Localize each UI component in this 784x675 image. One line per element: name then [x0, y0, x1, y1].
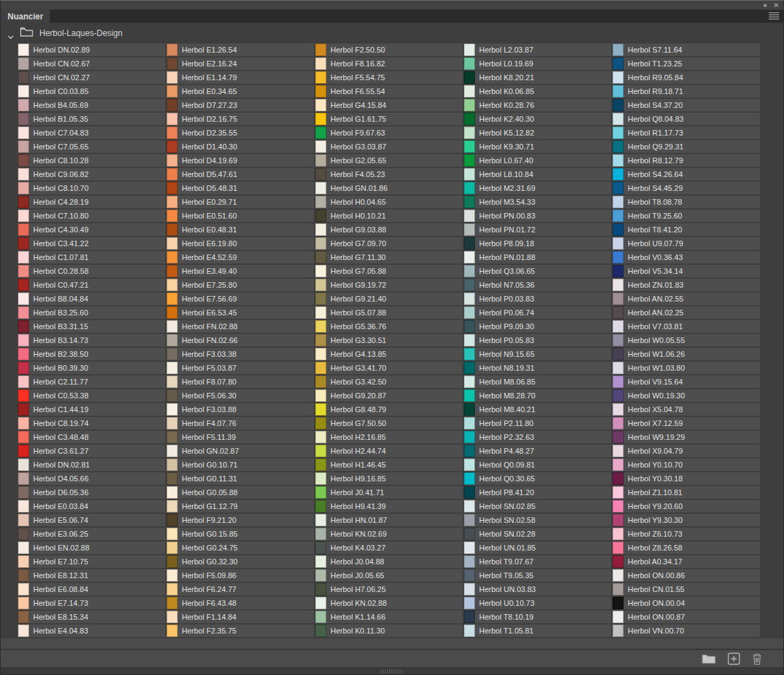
- swatch-row[interactable]: Herbol H2.44.74: [315, 445, 463, 457]
- swatch-row[interactable]: Herbol E6.19.80: [167, 237, 314, 250]
- swatch-row[interactable]: Herbol ON.00.04: [613, 597, 760, 609]
- swatch-row[interactable]: Herbol PN.00.83: [464, 210, 611, 222]
- swatch-row[interactable]: Herbol J0.04.88: [315, 555, 463, 568]
- swatch-color-chip[interactable]: [464, 140, 475, 153]
- swatch-row[interactable]: Herbol CN.02.27: [18, 71, 165, 84]
- swatch-row[interactable]: Herbol W1.06.26: [613, 348, 760, 360]
- swatch-row[interactable]: Herbol E6.08.84: [18, 583, 165, 595]
- swatch-color-chip[interactable]: [613, 320, 624, 333]
- swatch-color-chip[interactable]: [464, 237, 475, 250]
- swatch-row[interactable]: Herbol K0.11.30: [315, 625, 463, 637]
- chevron-down-icon[interactable]: [8, 30, 14, 37]
- swatch-row[interactable]: Herbol KN.02.88: [315, 597, 463, 609]
- swatch-color-chip[interactable]: [613, 583, 624, 595]
- swatch-color-chip[interactable]: [18, 500, 29, 512]
- swatch-color-chip[interactable]: [613, 472, 624, 485]
- swatch-color-chip[interactable]: [18, 44, 29, 56]
- swatch-color-chip[interactable]: [613, 445, 624, 457]
- swatch-color-chip[interactable]: [464, 182, 475, 194]
- swatch-row[interactable]: Herbol Y9.20.60: [613, 500, 760, 512]
- swatch-color-chip[interactable]: [613, 196, 624, 208]
- swatch-color-chip[interactable]: [464, 196, 475, 208]
- swatch-color-chip[interactable]: [613, 431, 624, 443]
- swatch-row[interactable]: Herbol D6.05.36: [18, 486, 165, 499]
- swatch-row[interactable]: Herbol F5.03.87: [167, 362, 314, 374]
- swatch-row[interactable]: Herbol Z8.26.58: [613, 542, 760, 554]
- swatch-color-chip[interactable]: [315, 403, 326, 416]
- swatch-color-chip[interactable]: [464, 389, 475, 402]
- swatch-row[interactable]: Herbol Q0.30.65: [464, 472, 611, 485]
- swatch-row[interactable]: Herbol G3.42.50: [315, 376, 463, 388]
- swatch-row[interactable]: Herbol G0.32.30: [167, 555, 314, 568]
- swatch-color-chip[interactable]: [613, 597, 624, 609]
- swatch-row[interactable]: Herbol W0.05.55: [613, 334, 760, 346]
- swatch-color-chip[interactable]: [167, 569, 178, 582]
- swatch-row[interactable]: Herbol E6.53.45: [167, 306, 314, 319]
- swatch-row[interactable]: Herbol G5.36.76: [315, 320, 463, 333]
- swatch-row[interactable]: Herbol E2.16.24: [167, 57, 314, 70]
- swatch-row[interactable]: Herbol G7.05.88: [315, 265, 463, 277]
- swatch-row[interactable]: Herbol K5.12.82: [464, 127, 611, 139]
- swatch-color-chip[interactable]: [464, 417, 475, 429]
- swatch-color-chip[interactable]: [167, 265, 178, 277]
- swatch-row[interactable]: Herbol S4.37.20: [613, 99, 760, 111]
- swatch-color-chip[interactable]: [464, 542, 475, 554]
- swatch-row[interactable]: Herbol FN.02.66: [167, 334, 314, 346]
- swatch-row[interactable]: Herbol T8.41.20: [613, 223, 760, 236]
- swatch-color-chip[interactable]: [18, 376, 29, 388]
- swatch-color-chip[interactable]: [18, 223, 29, 236]
- swatch-color-chip[interactable]: [464, 265, 475, 277]
- swatch-row[interactable]: Herbol R8.12.79: [613, 154, 760, 167]
- swatch-color-chip[interactable]: [18, 625, 29, 637]
- swatch-color-chip[interactable]: [315, 417, 326, 429]
- swatch-row[interactable]: Herbol G5.07.88: [315, 306, 463, 319]
- swatch-row[interactable]: Herbol K0.06.85: [464, 85, 611, 98]
- swatch-row[interactable]: Herbol C3.61.27: [18, 445, 165, 457]
- swatch-row[interactable]: Herbol VN.00.70: [613, 625, 760, 637]
- swatch-color-chip[interactable]: [464, 514, 475, 526]
- swatch-row[interactable]: Herbol N8.19.31: [464, 362, 611, 374]
- swatch-row[interactable]: Herbol D7.27.23: [167, 99, 314, 111]
- swatch-color-chip[interactable]: [18, 113, 29, 125]
- swatch-row[interactable]: Herbol D2.16.75: [167, 113, 314, 125]
- swatch-color-chip[interactable]: [315, 168, 326, 181]
- swatch-color-chip[interactable]: [464, 583, 475, 595]
- swatch-color-chip[interactable]: [315, 251, 326, 263]
- swatch-color-chip[interactable]: [315, 293, 326, 305]
- swatch-row[interactable]: Herbol P8.09.18: [464, 237, 611, 250]
- swatch-row[interactable]: Herbol H0.10.21: [315, 210, 463, 222]
- trash-icon[interactable]: [752, 653, 763, 665]
- swatch-row[interactable]: Herbol U0.10.73: [464, 597, 611, 609]
- swatch-row[interactable]: Herbol L0.19.69: [464, 57, 611, 70]
- swatch-row[interactable]: Herbol G0.15.85: [167, 528, 314, 540]
- swatch-color-chip[interactable]: [315, 472, 326, 485]
- swatch-color-chip[interactable]: [315, 583, 326, 595]
- swatch-row[interactable]: Herbol V7.03.81: [613, 320, 760, 333]
- swatch-color-chip[interactable]: [167, 528, 178, 540]
- swatch-row[interactable]: Herbol S4.26.64: [613, 168, 760, 181]
- swatch-row[interactable]: Herbol C0.28.58: [18, 265, 165, 277]
- swatch-row[interactable]: Herbol G4.15.84: [315, 99, 463, 111]
- swatch-color-chip[interactable]: [315, 85, 326, 98]
- swatch-color-chip[interactable]: [613, 611, 624, 623]
- swatch-row[interactable]: Herbol Q8.04.83: [613, 113, 760, 125]
- swatch-row[interactable]: Herbol F5.09.86: [167, 569, 314, 582]
- swatch-row[interactable]: Herbol V9.15.64: [613, 376, 760, 388]
- swatch-color-chip[interactable]: [315, 113, 326, 125]
- swatch-color-chip[interactable]: [18, 611, 29, 623]
- swatch-row[interactable]: Herbol F2.35.75: [167, 625, 314, 637]
- swatch-color-chip[interactable]: [613, 542, 624, 554]
- tab-nuancier[interactable]: Nuancier: [1, 10, 50, 23]
- swatch-row[interactable]: Herbol B1.05.35: [18, 113, 165, 125]
- swatch-color-chip[interactable]: [464, 293, 475, 305]
- swatch-row[interactable]: Herbol F3.03.38: [167, 348, 314, 360]
- swatch-row[interactable]: Herbol D5.48.31: [167, 182, 314, 194]
- swatch-row[interactable]: Herbol FN.02.88: [167, 320, 314, 333]
- swatch-row[interactable]: Herbol X5.04.78: [613, 403, 760, 416]
- swatch-row[interactable]: Herbol C7.10.80: [18, 210, 165, 222]
- swatch-color-chip[interactable]: [167, 334, 178, 346]
- swatch-row[interactable]: Herbol D4.05.66: [18, 472, 165, 485]
- swatch-color-chip[interactable]: [18, 542, 29, 554]
- swatch-row[interactable]: Herbol W1.03.80: [613, 362, 760, 374]
- swatch-row[interactable]: Herbol E7.10.75: [18, 555, 165, 568]
